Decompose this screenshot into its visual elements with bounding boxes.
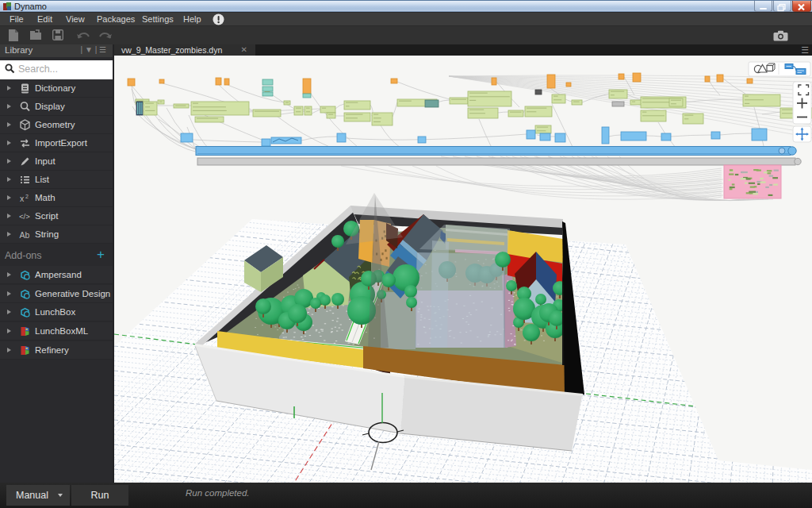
svg-text:2: 2 — [25, 194, 29, 199]
svg-text:Ab: Ab — [20, 230, 30, 240]
svg-text:</>: </> — [19, 212, 30, 221]
svg-text:x: x — [20, 194, 25, 203]
